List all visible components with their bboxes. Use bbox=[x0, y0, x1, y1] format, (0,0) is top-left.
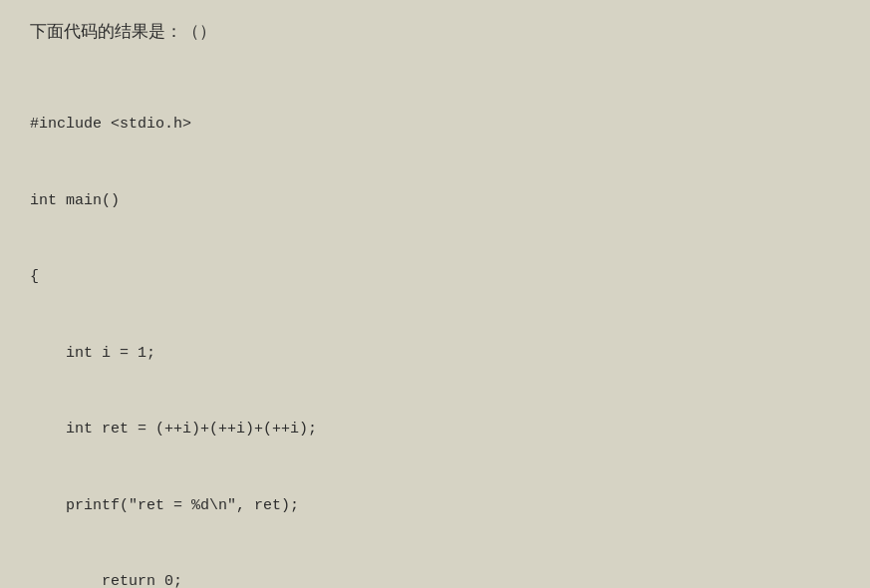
code-line-2: { bbox=[30, 264, 840, 290]
code-line-4: int ret = (++i)+(++i)+(++i); bbox=[30, 417, 840, 442]
code-line-5: printf("ret = %d\n", ret); bbox=[30, 493, 840, 519]
code-line-3: int i = 1; bbox=[30, 341, 840, 367]
question-header: 下面代码的结果是：（） bbox=[30, 20, 840, 43]
code-line-6: return 0; bbox=[30, 569, 840, 588]
content-area: 下面代码的结果是：（） #include <stdio.h> int main(… bbox=[30, 20, 840, 588]
code-line-1: int main() bbox=[30, 188, 840, 214]
code-line-0: #include <stdio.h> bbox=[30, 112, 840, 138]
code-block: #include <stdio.h> int main() { int i = … bbox=[30, 61, 840, 588]
